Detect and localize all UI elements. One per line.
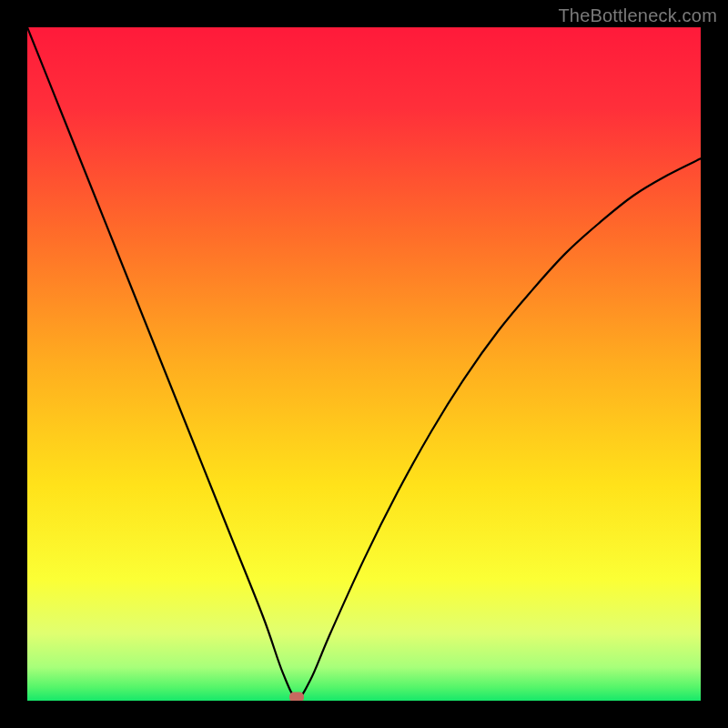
- bottleneck-curve: [27, 27, 701, 701]
- plot-area: [27, 27, 701, 701]
- optimum-marker: [289, 693, 304, 701]
- watermark-text: TheBottleneck.com: [558, 5, 717, 26]
- chart-frame: TheBottleneck.com: [0, 0, 728, 728]
